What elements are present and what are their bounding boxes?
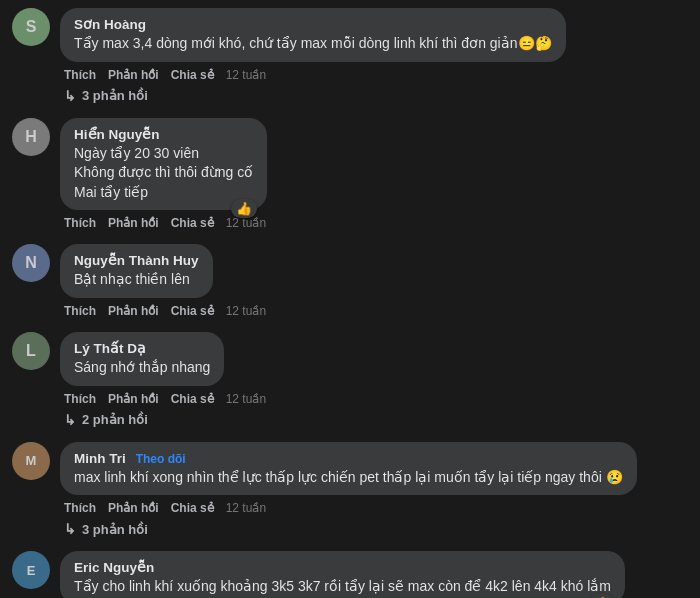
comment-bubble: Lý Thất Dạ Sáng nhớ thắp nhang [60,332,224,386]
comment-bubble: Sơn Hoàng Tẩy max 3,4 dòng mới khó, chứ … [60,8,566,62]
commenter-name: Lý Thất Dạ [74,341,146,356]
avatar: M [12,442,50,480]
avatar: S [12,8,50,46]
share-button[interactable]: Chia sẻ [171,216,214,230]
comment-text: Bật nhạc thiền lên [74,270,199,290]
comment-timestamp: 12 tuần [226,304,266,318]
share-button[interactable]: Chia sẻ [171,392,214,406]
reply-button[interactable]: Phản hồi [108,304,159,318]
avatar: E [12,551,50,589]
comment-timestamp: 12 tuần [226,216,266,230]
comment-timestamp: 12 tuần [226,68,266,82]
comment-text: Ngày tẩy 20 30 viênKhông được thì thôi đ… [74,144,253,203]
comment-item: H Hiển Nguyễn Ngày tẩy 20 30 viênKhông đ… [12,118,688,231]
comment-item: N Nguyễn Thành Huy Bật nhạc thiền lên Th… [12,244,688,318]
comment-body: Lý Thất Dạ Sáng nhớ thắp nhang Thích Phả… [60,332,688,428]
comment-text: Sáng nhớ thắp nhang [74,358,210,378]
comment-text: max linh khí xong nhìn thể lực thấp lực … [74,468,623,488]
like-button[interactable]: Thích [64,68,96,82]
comment-item: L Lý Thất Dạ Sáng nhớ thắp nhang Thích P… [12,332,688,428]
reply-button[interactable]: Phản hồi [108,68,159,82]
avatar: N [12,244,50,282]
share-button[interactable]: Chia sẻ [171,501,214,515]
share-button[interactable]: Chia sẻ [171,304,214,318]
follow-button[interactable]: Theo dõi [136,452,186,466]
comment-actions: Thích Phản hồi Chia sẻ 12 tuần [60,501,688,515]
like-badge: 👍 [231,199,257,218]
reply-button[interactable]: Phản hồi [108,501,159,515]
commenter-name: Minh Tri [74,451,126,466]
comment-actions: Thích Phản hồi Chia sẻ 12 tuần [60,68,688,82]
comment-bubble: Eric Nguyễn Tẩy cho linh khí xuống khoản… [60,551,625,598]
comment-item: E Eric Nguyễn Tẩy cho linh khí xuống kho… [12,551,688,598]
replies-toggle[interactable]: 3 phản hồi [64,521,688,537]
comment-timestamp: 12 tuần [226,501,266,515]
comment-item: M Minh Tri Theo dõi max linh khí xong nh… [12,442,688,538]
comment-bubble: Minh Tri Theo dõi max linh khí xong nhìn… [60,442,637,496]
comment-body: Sơn Hoàng Tẩy max 3,4 dòng mới khó, chứ … [60,8,688,104]
comment-actions: Thích Phản hồi Chia sẻ 12 tuần [60,216,688,230]
share-button[interactable]: Chia sẻ [171,68,214,82]
comment-body: Nguyễn Thành Huy Bật nhạc thiền lên Thíc… [60,244,688,318]
comment-bubble: Hiển Nguyễn Ngày tẩy 20 30 viênKhông đượ… [60,118,267,211]
comment-text: Tẩy max 3,4 dòng mới khó, chứ tẩy max mỗ… [74,34,552,54]
comments-list: S Sơn Hoàng Tẩy max 3,4 dòng mới khó, ch… [0,0,700,598]
replies-toggle[interactable]: 3 phản hồi [64,88,688,104]
reply-button[interactable]: Phản hồi [108,216,159,230]
thumbs-up-icon: 👍 [236,201,252,216]
comment-body: Hiển Nguyễn Ngày tẩy 20 30 viênKhông đượ… [60,118,688,231]
avatar: L [12,332,50,370]
avatar: H [12,118,50,156]
comment-body: Minh Tri Theo dõi max linh khí xong nhìn… [60,442,688,538]
commenter-name: Nguyễn Thành Huy [74,253,199,268]
like-button[interactable]: Thích [64,501,96,515]
reply-button[interactable]: Phản hồi [108,392,159,406]
comment-timestamp: 12 tuần [226,392,266,406]
like-badge: 👍 [589,594,615,598]
like-button[interactable]: Thích [64,392,96,406]
comment-text: Tẩy cho linh khí xuống khoảng 3k5 3k7 rồ… [74,577,611,597]
like-button[interactable]: Thích [64,216,96,230]
comment-item: S Sơn Hoàng Tẩy max 3,4 dòng mới khó, ch… [12,8,688,104]
commenter-name: Sơn Hoàng [74,17,146,32]
commenter-name: Hiển Nguyễn [74,127,160,142]
replies-toggle[interactable]: 2 phản hồi [64,412,688,428]
comment-bubble: Nguyễn Thành Huy Bật nhạc thiền lên [60,244,213,298]
like-button[interactable]: Thích [64,304,96,318]
comment-actions: Thích Phản hồi Chia sẻ 12 tuần [60,304,688,318]
commenter-name: Eric Nguyễn [74,560,154,575]
comment-body: Eric Nguyễn Tẩy cho linh khí xuống khoản… [60,551,688,598]
comment-actions: Thích Phản hồi Chia sẻ 12 tuần [60,392,688,406]
